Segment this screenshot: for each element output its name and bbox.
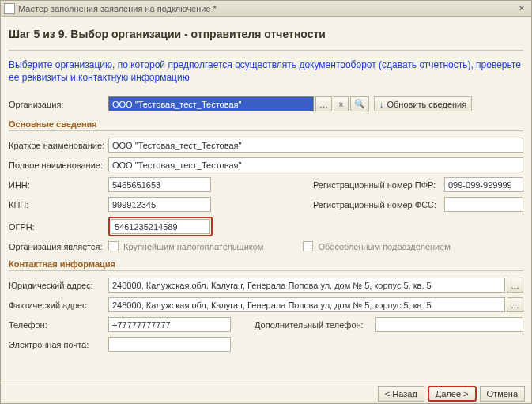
jur-addr-input[interactable] [108,278,505,293]
org-search-button[interactable]: 🔍 [350,96,369,111]
short-name-label: Краткое наименование: [9,141,108,150]
fss-label: Регистрационный номер ФСС: [313,200,438,210]
content-area: Шаг 5 из 9. Выбор организации - отправит… [1,17,531,360]
ellipsis-icon: … [511,281,519,290]
window-title: Мастер заполнения заявления на подключен… [18,4,515,13]
pfr-input[interactable] [444,177,523,192]
titlebar: Мастер заполнения заявления на подключен… [1,1,531,17]
section-main: Основные сведения [9,119,523,131]
short-name-input[interactable] [108,138,523,153]
phone2-input[interactable] [375,317,523,332]
back-button[interactable]: < Назад [378,386,424,402]
fact-addr-label: Фактический адрес: [9,300,108,310]
inn-input[interactable] [108,177,211,192]
checkbox-big-taxpayer[interactable] [108,241,119,251]
phone-input[interactable] [108,317,231,332]
next-button[interactable]: Далее > [428,386,477,402]
intro-text: Выберите организацию, по которой предпол… [9,59,523,84]
clear-icon: × [338,100,343,109]
phone2-label: Дополнительный телефон: [255,320,369,330]
refresh-arrow-icon: ↓ [379,100,384,109]
org-clear-button[interactable]: × [334,96,349,111]
full-name-label: Полное наименование: [9,160,108,170]
fss-input[interactable] [444,197,523,212]
ellipsis-icon: … [319,100,328,109]
ogrn-input[interactable] [111,219,210,234]
email-input[interactable] [108,337,231,352]
step-title: Шаг 5 из 9. Выбор организации - отправит… [9,23,523,47]
phone-label: Телефон: [9,320,108,330]
jur-addr-more-button[interactable]: … [507,278,523,293]
divider [9,50,523,51]
search-icon: 🔍 [354,99,365,109]
footer: < Назад Далее > Отмена [1,383,531,403]
update-label: Обновить сведения [387,100,467,109]
checkbox-big-label: Крупнейшим налогоплательщиком [123,242,263,251]
section-contact: Контактная информация [9,259,523,271]
org-row: Организация: … × 🔍 ↓ Обновить сведения [9,96,523,111]
cancel-button[interactable]: Отмена [480,386,525,402]
org-is-label: Организация является: [9,242,108,251]
jur-addr-label: Юридический адрес: [9,281,108,290]
checkbox-separate-label: Обособленным подразделением [318,242,451,251]
wizard-window: Мастер заполнения заявления на подключен… [0,0,532,404]
email-label: Электронная почта: [9,340,108,349]
ellipsis-icon: … [511,300,519,310]
pfr-label: Регистрационный номер ПФР: [313,180,438,190]
full-name-input[interactable] [108,157,523,172]
window-icon [4,3,15,14]
fact-addr-input[interactable] [108,297,505,312]
update-button[interactable]: ↓ Обновить сведения [374,96,472,111]
ogrn-highlight [108,217,213,236]
fact-addr-more-button[interactable]: … [507,297,523,312]
kpp-label: КПП: [9,200,108,210]
checkbox-separate[interactable] [303,241,313,251]
inn-label: ИНН: [9,180,108,190]
close-icon[interactable]: × [515,3,528,14]
ogrn-label: ОГРН: [9,222,108,232]
org-label: Организация: [9,100,108,109]
org-input[interactable] [108,96,314,111]
org-select-button[interactable]: … [315,96,332,111]
kpp-input[interactable] [108,197,211,212]
